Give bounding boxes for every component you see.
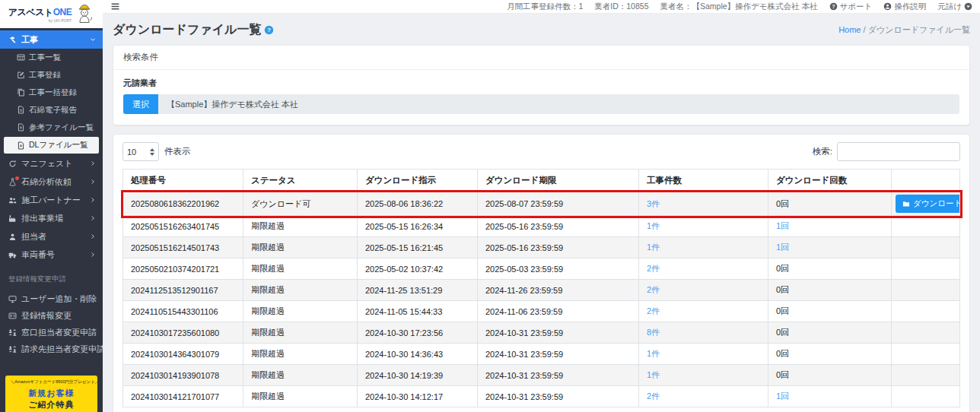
support-link[interactable]: ? サポート (829, 2, 873, 12)
download-ordered-at: 2025-08-06 18:36:22 (365, 199, 443, 208)
truck-icon (8, 251, 17, 259)
vendor-name: 業者名：【Sample】操作デモ株式会社 本社 (660, 2, 817, 12)
download-deadline: 2024-10-31 23:59:59 (485, 371, 563, 380)
project-count-link[interactable]: 1件 (647, 370, 660, 379)
sidebar-menu-bottom: ユーザー追加・削除登録情報変更窓口担当者変更申請請求先担当者変更申請 (0, 288, 103, 357)
project-count-link[interactable]: 8件 (647, 328, 660, 337)
table-row: 2024103017235601080期限超過2024-10-30 17:23:… (123, 322, 960, 344)
status-text: 期限超過 (251, 328, 285, 337)
table-row: 2025051516214501743期限超過2025-05-15 16:21:… (123, 237, 960, 258)
folder-icon (902, 200, 910, 208)
column-header[interactable]: ステータス (243, 170, 358, 192)
chevron-right-icon (90, 233, 96, 239)
column-header[interactable]: ダウンロード回数 (768, 170, 892, 192)
download-deadline: 2025-05-03 23:59:59 (485, 265, 563, 274)
selected-contractor-field: 【Sample】操作デモ株式会社 本社 (158, 94, 959, 114)
menu-toggle-icon[interactable] (110, 2, 120, 11)
project-count-link[interactable]: 1件 (647, 242, 660, 252)
promo-banner[interactable]: ＼Amazonギフトカード8500円分プレゼント／ 新規お客様 ご紹介特典 (5, 376, 97, 412)
project-count-link[interactable]: 2件 (647, 391, 660, 401)
download-button[interactable]: ダウンロード (896, 195, 960, 213)
manual-link[interactable]: 操作説明 (883, 2, 926, 12)
download-deadline: 2024-10-31 23:59:59 (485, 392, 563, 401)
project-count-link[interactable]: 2件 (647, 306, 660, 315)
download-ordered-at: 2024-10-30 14:12:17 (365, 392, 443, 401)
recycle-icon (8, 160, 17, 168)
chevron-right-icon (90, 252, 96, 258)
download-ordered-at: 2024-11-05 15:44:33 (365, 307, 442, 316)
notification-dot (15, 176, 19, 180)
process-number: 2024103014121701077 (131, 392, 219, 401)
download-button-label: ダウンロード (913, 198, 960, 209)
sidebar-item-label: 請求先担当者変更申請 (21, 344, 103, 355)
sidebar-item[interactable]: 窓口担当者変更申請 (0, 324, 103, 341)
topbar: 月間工事登録件数：1 業者ID：10855 業者名：【Sample】操作デモ株式… (103, 0, 980, 14)
sidebar-subitem[interactable]: 工事一括登録 (0, 84, 103, 101)
breadcrumb: Home / ダウンロードファイル一覧 (838, 24, 970, 36)
sidebar-item-label: 工事 (21, 34, 90, 46)
sidebar-subitem[interactable]: 工事一覧 (0, 49, 103, 66)
sidebar-item-label: 石綿分析依頼 (21, 176, 90, 188)
sidebar-item[interactable]: 担当者 (0, 227, 103, 246)
download-count-link[interactable]: 1回 (776, 221, 789, 230)
table-row: 2025051516263401745期限超過2025-05-15 16:26:… (123, 216, 960, 237)
status-text: 期限超過 (251, 242, 285, 252)
sidebar-item[interactable]: 施工パートナー (0, 191, 103, 209)
svg-text:?: ? (268, 27, 272, 33)
sidebar-item[interactable]: マニフェスト (0, 154, 103, 173)
column-header[interactable]: 工事件数 (639, 170, 768, 192)
download-deadline: 2025-05-16 23:59:59 (485, 222, 563, 231)
sidebar-item[interactable]: 車両番号 (0, 246, 103, 264)
download-ordered-at: 2024-10-30 14:36:43 (365, 350, 443, 359)
sidebar-subitem[interactable]: 石綿電子報告 (0, 101, 103, 119)
column-header[interactable]: ダウンロード期限 (478, 170, 639, 192)
download-count: 0回 (776, 349, 789, 358)
page-length-control: 10 件表示 (123, 142, 191, 161)
column-header[interactable] (892, 170, 960, 192)
download-count: 0回 (776, 328, 789, 337)
sidebar-menu: 工事工事一覧工事登録工事一括登録石綿電子報告参考ファイル一覧DLファイル一覧マニ… (0, 28, 103, 264)
sidebar-subitem[interactable]: DLファイル一覧 (4, 137, 99, 154)
sidebar-subitem[interactable]: 参考ファイル一覧 (0, 119, 103, 136)
brand-logo[interactable]: アスベストONE by UKI-PORT (0, 0, 103, 28)
process-number: 2025080618362201962 (131, 199, 219, 208)
project-count-link[interactable]: 2件 (647, 285, 660, 294)
sidebar-subitem[interactable]: 工事登録 (0, 66, 103, 84)
page-title-text: ダウンロードファイル一覧 (113, 22, 261, 38)
help-icon[interactable]: ? (264, 25, 274, 35)
sidebar-item[interactable]: 排出事業場 (0, 209, 103, 227)
column-header[interactable]: ダウンロード指示 (358, 170, 478, 192)
sidebar-item[interactable]: ユーザー追加・削除 (0, 290, 103, 307)
download-count-link[interactable]: 1回 (776, 242, 789, 252)
process-number: 2024103014364301079 (131, 350, 219, 359)
person-circle-icon (883, 2, 892, 11)
search-input[interactable] (837, 142, 960, 161)
project-count-link[interactable]: 2件 (647, 264, 660, 273)
download-count-link[interactable]: 1回 (776, 391, 789, 401)
role-menu[interactable]: 元請け (937, 2, 972, 12)
download-count: 0回 (776, 264, 789, 273)
project-count-link[interactable]: 1件 (647, 221, 660, 230)
sidebar-item[interactable]: 工事 (0, 30, 103, 49)
swap-icon (8, 328, 17, 337)
chevron-right-icon (90, 197, 96, 203)
sidebar-item[interactable]: 請求先担当者変更申請 (0, 341, 103, 357)
sidebar-item[interactable]: 石綿分析依頼 (0, 173, 103, 191)
sidebar-item-label: 施工パートナー (21, 195, 90, 206)
table-row: 2024103014364301079期限超過2024-10-30 14:36:… (123, 344, 960, 365)
prime-contractor-group: 選択 【Sample】操作デモ株式会社 本社 (123, 94, 959, 114)
breadcrumb-home-link[interactable]: Home (838, 25, 861, 34)
page-length-suffix: 件表示 (164, 146, 191, 157)
project-count-link[interactable]: 1件 (647, 349, 660, 358)
person-icon (8, 233, 17, 241)
table-row: 2024103014121701077期限超過2024-10-30 14:12:… (123, 386, 960, 407)
select-contractor-button[interactable]: 選択 (123, 94, 158, 114)
project-count-link[interactable]: 3件 (647, 199, 660, 208)
column-header[interactable]: 処理番号 (123, 170, 243, 192)
process-number: 2024112513512901167 (131, 286, 218, 295)
sidebar-item[interactable]: 登録情報変更 (0, 307, 103, 324)
prime-contractor-label: 元請業者 (123, 78, 959, 89)
process-number: 2025051516263401745 (131, 222, 219, 231)
page-length-select[interactable]: 10 (123, 142, 159, 161)
edit-icon (17, 71, 25, 79)
